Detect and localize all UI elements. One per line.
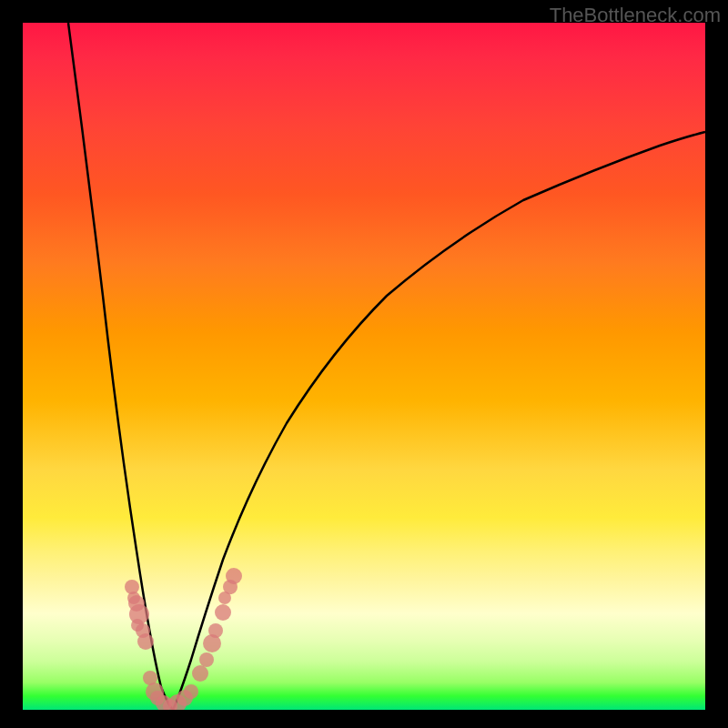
- watermark-text: TheBottleneck.com: [550, 4, 721, 27]
- data-point-18: [208, 623, 223, 638]
- data-point-22: [226, 568, 242, 584]
- data-point-6: [137, 633, 154, 650]
- data-point-14: [184, 684, 198, 699]
- data-point-15: [192, 665, 208, 682]
- curve-right-branch: [173, 132, 705, 710]
- curve-left-branch: [68, 23, 173, 710]
- data-point-19: [215, 604, 231, 621]
- data-point-16: [199, 652, 214, 667]
- chart-svg: [23, 23, 705, 710]
- chart-container: [23, 23, 705, 710]
